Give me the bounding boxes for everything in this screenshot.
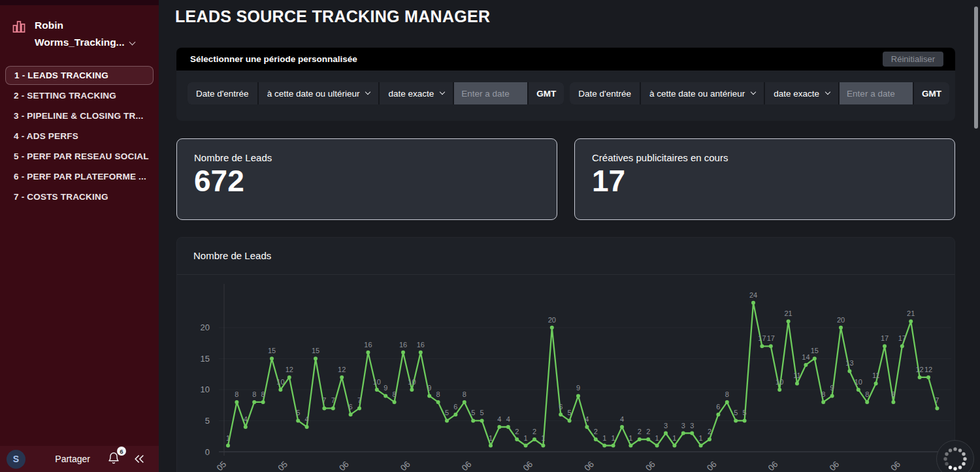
- operator-dropdown[interactable]: à cette date ou ultérieur: [259, 82, 379, 104]
- svg-text:13: 13: [845, 359, 853, 367]
- sidebar-top-strip: [0, 0, 159, 5]
- sidebar-item-leads-tracking[interactable]: 1 - LEADS TRACKING: [5, 66, 154, 85]
- sidebar-item-pipeline-closing[interactable]: 3 - PIPELINE & CLOSING TR...: [5, 106, 154, 125]
- svg-text:06: 06: [889, 459, 902, 472]
- svg-text:15: 15: [201, 354, 210, 364]
- timezone-label: GMT: [914, 82, 949, 104]
- svg-text:5: 5: [205, 416, 210, 426]
- svg-text:8: 8: [252, 390, 256, 398]
- workspace-name: Robin Worms_Tracking...: [35, 17, 146, 50]
- bar-chart-logo-icon: [11, 19, 27, 35]
- svg-text:7: 7: [322, 396, 326, 404]
- svg-text:17: 17: [758, 334, 766, 342]
- svg-text:2: 2: [638, 428, 642, 435]
- svg-text:17: 17: [767, 334, 775, 342]
- svg-text:6: 6: [559, 403, 563, 411]
- share-button[interactable]: Partager: [55, 454, 90, 464]
- svg-text:20: 20: [837, 316, 845, 324]
- svg-text:10: 10: [373, 378, 381, 386]
- notifications-button[interactable]: 6: [107, 451, 122, 467]
- sidebar-item-ads-perfs[interactable]: 4 - ADS PERFS: [5, 127, 154, 146]
- svg-text:2: 2: [532, 428, 536, 435]
- collapse-sidebar-icon[interactable]: [133, 452, 146, 465]
- svg-text:16: 16: [417, 341, 425, 349]
- loading-spinner: [936, 440, 974, 472]
- metric-label: Nombre de Leads: [194, 152, 540, 163]
- svg-text:5: 5: [445, 409, 449, 417]
- svg-text:5: 5: [734, 409, 738, 417]
- svg-text:5: 5: [296, 409, 300, 417]
- operator-dropdown[interactable]: à cette date ou antérieur: [641, 82, 764, 104]
- svg-text:7: 7: [331, 396, 335, 404]
- filter-field-label: Date d'entrée: [570, 82, 640, 104]
- svg-text:12: 12: [924, 366, 932, 373]
- metric-card-leads: Nombre de Leads 672: [176, 138, 557, 220]
- svg-text:1: 1: [655, 434, 659, 442]
- svg-text:6: 6: [349, 403, 353, 411]
- sidebar-item-perf-plateforme[interactable]: 6 - PERF PAR PLATEFORME ...: [5, 167, 154, 186]
- svg-text:8: 8: [235, 390, 238, 398]
- svg-text:4: 4: [506, 415, 510, 423]
- svg-text:10: 10: [201, 385, 210, 394]
- svg-text:0: 0: [205, 447, 210, 457]
- sidebar: Robin Worms_Tracking... 1 - LEADS TRACKI…: [0, 0, 159, 472]
- svg-text:7: 7: [935, 396, 939, 404]
- svg-text:06: 06: [766, 459, 780, 472]
- sidebar-item-setting-tracking[interactable]: 2 - SETTING TRACKING: [5, 86, 154, 105]
- svg-text:06: 06: [644, 459, 657, 472]
- svg-text:10: 10: [276, 378, 284, 386]
- notification-badge: 6: [117, 447, 126, 456]
- chevron-down-icon: [825, 89, 830, 95]
- date-input-wrap: [454, 82, 527, 104]
- svg-text:8: 8: [725, 390, 729, 398]
- date-filter-group-end: Date d'entrée à cette date ou antérieur …: [570, 82, 949, 104]
- avatar[interactable]: S: [7, 450, 25, 469]
- leads-chart-card: Nombre de Leads 051015201848815101254157…: [176, 237, 955, 472]
- mode-dropdown[interactable]: date exacte: [765, 82, 838, 104]
- leads-line-chart: 0510152018488151012541577126716109816101…: [177, 275, 955, 472]
- svg-text:15: 15: [268, 347, 276, 354]
- svg-text:06: 06: [460, 459, 474, 472]
- svg-text:1: 1: [699, 434, 703, 442]
- svg-text:4: 4: [305, 415, 309, 423]
- metric-card-creatives: Créatives publicitaires en cours 17: [574, 138, 955, 220]
- svg-text:24: 24: [749, 291, 757, 299]
- scrollbar-thumb[interactable]: [974, 7, 978, 129]
- svg-text:12: 12: [915, 366, 923, 373]
- svg-text:20: 20: [201, 323, 210, 332]
- date-input[interactable]: [454, 82, 527, 104]
- svg-text:8: 8: [821, 390, 825, 398]
- svg-text:1: 1: [541, 434, 545, 442]
- svg-text:6: 6: [453, 403, 457, 411]
- svg-text:3: 3: [690, 422, 694, 430]
- svg-text:10: 10: [855, 378, 862, 386]
- svg-text:8: 8: [393, 390, 397, 398]
- sidebar-item-perf-reseau-social[interactable]: 5 - PERF PAR RESEAU SOCIAL: [5, 147, 154, 166]
- svg-text:11: 11: [872, 371, 879, 379]
- mode-dropdown[interactable]: date exacte: [380, 82, 453, 104]
- reset-button[interactable]: Réinitialiser: [883, 52, 943, 67]
- svg-text:2: 2: [646, 428, 650, 435]
- date-input[interactable]: [840, 82, 913, 104]
- filter-titlebar: Sélectionner une période personnalisée R…: [176, 48, 955, 71]
- svg-text:10: 10: [776, 378, 783, 386]
- svg-text:3: 3: [681, 422, 685, 430]
- svg-text:9: 9: [427, 384, 431, 392]
- svg-text:15: 15: [312, 347, 319, 354]
- metric-cards-row: Nombre de Leads 672 Créatives publicitai…: [176, 138, 955, 220]
- svg-text:21: 21: [907, 309, 915, 317]
- date-input-wrap: [840, 82, 913, 104]
- svg-text:8: 8: [865, 390, 869, 398]
- svg-text:5: 5: [471, 409, 475, 417]
- sidebar-item-costs-tracking[interactable]: 7 - COSTS TRACKING: [5, 187, 154, 206]
- svg-text:2: 2: [594, 428, 598, 435]
- metric-value: 672: [194, 165, 540, 197]
- svg-text:9: 9: [830, 384, 834, 392]
- svg-text:11: 11: [793, 371, 800, 379]
- svg-text:15: 15: [811, 347, 819, 354]
- chevron-down-icon: [440, 89, 445, 95]
- chart-title: Nombre de Leads: [177, 238, 955, 275]
- svg-text:5: 5: [480, 409, 484, 417]
- workspace-switcher[interactable]: Robin Worms_Tracking...: [0, 5, 159, 50]
- svg-text:16: 16: [399, 341, 407, 349]
